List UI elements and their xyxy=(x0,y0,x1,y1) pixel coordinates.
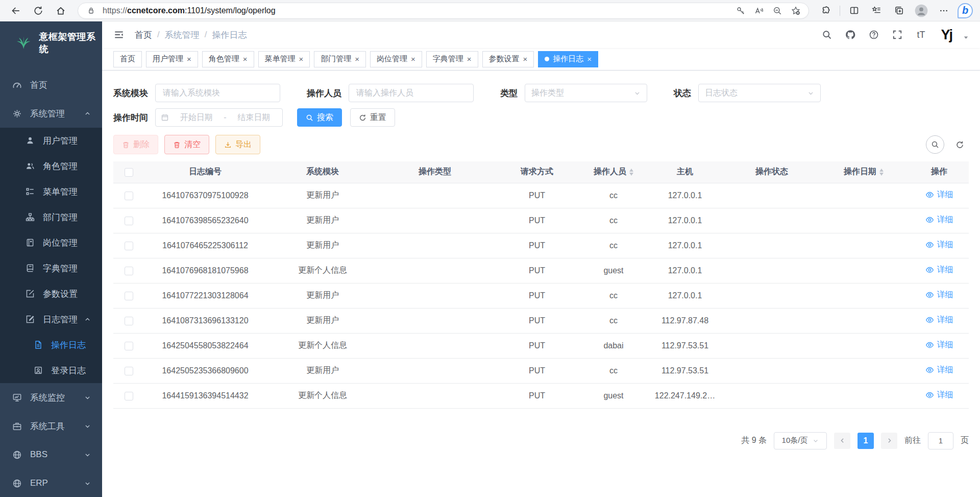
search-button[interactable]: 搜索 xyxy=(297,108,342,127)
sidebar-item-home[interactable]: 首页 xyxy=(0,70,102,99)
sidebar-item-departments[interactable]: 部门管理 xyxy=(0,204,102,230)
sidebar-item-login-log[interactable]: 登录日志 xyxy=(0,358,102,383)
sidebar-item-users[interactable]: 用户管理 xyxy=(0,128,102,153)
extensions-icon[interactable] xyxy=(817,2,835,19)
detail-link[interactable]: 详细 xyxy=(925,240,953,250)
column-header[interactable]: 操作日期 xyxy=(818,161,910,183)
tab[interactable]: 菜单管理 × xyxy=(258,51,310,67)
sidebar-item-posts[interactable]: 岗位管理 xyxy=(0,230,102,255)
row-checkbox[interactable] xyxy=(125,292,133,300)
column-header[interactable]: 日志编号 xyxy=(144,161,266,183)
tab-close-icon[interactable]: × xyxy=(467,55,472,63)
sidebar-item-tools[interactable]: 系统工具 xyxy=(0,412,102,440)
row-checkbox[interactable] xyxy=(125,367,133,375)
toggle-search-button[interactable] xyxy=(926,135,944,154)
page-size-select[interactable]: 10条/页 xyxy=(774,432,827,449)
row-checkbox[interactable] xyxy=(125,192,133,200)
detail-link[interactable]: 详细 xyxy=(925,315,953,325)
export-button[interactable]: 导出 xyxy=(215,135,260,154)
tab[interactable]: 参数设置 × xyxy=(482,51,534,67)
detail-link[interactable]: 详细 xyxy=(925,365,953,375)
read-aloud-icon[interactable] xyxy=(752,6,766,15)
sidebar-item-monitor[interactable]: 系统监控 xyxy=(0,383,102,412)
url-text[interactable]: https://ccnetcore.com:1101/system/log/op… xyxy=(103,6,729,15)
column-header[interactable]: 操作类型 xyxy=(379,161,491,183)
breadcrumb-system[interactable]: 系统管理 xyxy=(165,29,200,41)
header-search-icon[interactable] xyxy=(820,28,834,41)
tab[interactable]: 用户管理 × xyxy=(146,51,198,67)
detail-link[interactable]: 详细 xyxy=(925,190,953,200)
lock-icon[interactable] xyxy=(84,6,97,15)
delete-button[interactable]: 删除 xyxy=(113,135,158,154)
tab[interactable]: 字典管理 × xyxy=(426,51,478,67)
type-select[interactable]: 操作类型 xyxy=(525,84,647,102)
column-header[interactable]: 主机 xyxy=(644,161,726,183)
address-bar[interactable]: https://ccnetcore.com:1101/system/log/op… xyxy=(78,3,809,19)
detail-link[interactable]: 详细 xyxy=(925,265,953,275)
row-checkbox[interactable] xyxy=(125,392,133,400)
user-avatar-logo[interactable]: Yj xyxy=(941,27,952,43)
password-key-icon[interactable] xyxy=(734,6,747,15)
add-favorite-icon[interactable] xyxy=(789,6,802,15)
next-page-button[interactable] xyxy=(881,433,897,449)
row-checkbox[interactable] xyxy=(125,317,133,325)
status-select[interactable]: 日志状态 xyxy=(698,84,821,102)
collections-icon[interactable] xyxy=(890,2,908,19)
refresh-table-button[interactable] xyxy=(950,135,969,154)
sort-icon[interactable] xyxy=(879,167,884,178)
detail-link[interactable]: 详细 xyxy=(925,390,953,400)
sidebar-item-roles[interactable]: 角色管理 xyxy=(0,153,102,179)
help-icon[interactable] xyxy=(867,28,880,41)
tab-close-icon[interactable]: × xyxy=(187,55,191,63)
prev-page-button[interactable] xyxy=(834,433,850,449)
detail-link[interactable]: 详细 xyxy=(925,215,953,225)
column-header[interactable]: 操作人员 xyxy=(583,161,644,183)
row-checkbox[interactable] xyxy=(125,342,133,350)
tab-close-icon[interactable]: × xyxy=(587,55,592,63)
sidebar-item-system[interactable]: 系统管理 xyxy=(0,99,102,128)
page-number-button[interactable]: 1 xyxy=(857,433,874,449)
sidebar-item-parameters[interactable]: 参数设置 xyxy=(0,281,102,306)
operator-input[interactable] xyxy=(349,84,474,102)
column-header[interactable]: 操作 xyxy=(910,161,969,183)
clear-button[interactable]: 清空 xyxy=(164,135,209,154)
sidebar-item-erp[interactable]: ERP xyxy=(0,469,102,497)
user-menu-caret-icon[interactable] xyxy=(963,35,969,40)
split-screen-icon[interactable] xyxy=(845,2,863,19)
row-checkbox[interactable] xyxy=(125,217,133,225)
sidebar-item-logs-group[interactable]: 日志管理 xyxy=(0,306,102,332)
font-size-icon[interactable]: tT xyxy=(914,28,927,41)
goto-page-input[interactable] xyxy=(928,432,953,449)
browser-profile-avatar[interactable] xyxy=(913,2,930,19)
sidebar-item-menus[interactable]: 菜单管理 xyxy=(0,179,102,204)
app-logo[interactable]: 意框架管理系统 xyxy=(0,21,102,64)
sort-icon[interactable] xyxy=(629,167,633,178)
favorites-icon[interactable] xyxy=(868,2,885,19)
select-all-checkbox[interactable] xyxy=(125,168,133,177)
fullscreen-icon[interactable] xyxy=(891,28,904,41)
date-range-input[interactable]: 开始日期 - 结束日期 xyxy=(155,108,283,127)
tab[interactable]: 操作日志 × xyxy=(538,51,598,67)
browser-more-icon[interactable] xyxy=(935,2,952,19)
row-checkbox[interactable] xyxy=(125,242,133,250)
breadcrumb-home[interactable]: 首页 xyxy=(135,29,152,41)
tab-close-icon[interactable]: × xyxy=(299,55,304,63)
tab[interactable]: 角色管理 × xyxy=(202,51,254,67)
browser-refresh-icon[interactable] xyxy=(30,2,47,19)
detail-link[interactable]: 详细 xyxy=(925,340,953,350)
github-icon[interactable] xyxy=(844,28,857,41)
tab[interactable]: 部门管理 × xyxy=(314,51,366,67)
sidebar-collapse-icon[interactable] xyxy=(113,29,125,40)
browser-back-icon[interactable] xyxy=(7,2,24,19)
browser-home-icon[interactable] xyxy=(52,2,69,19)
row-checkbox[interactable] xyxy=(125,267,133,275)
sidebar-item-operation-log[interactable]: 操作日志 xyxy=(0,332,102,358)
column-header[interactable]: 请求方式 xyxy=(491,161,583,183)
tab-close-icon[interactable]: × xyxy=(411,55,415,63)
column-header[interactable]: 操作状态 xyxy=(726,161,818,183)
tab[interactable]: 首页 xyxy=(113,51,142,67)
tab-close-icon[interactable]: × xyxy=(243,55,248,63)
sidebar-item-dictionary[interactable]: 字典管理 xyxy=(0,255,102,281)
tab-close-icon[interactable]: × xyxy=(523,55,528,63)
module-input[interactable] xyxy=(155,84,280,102)
